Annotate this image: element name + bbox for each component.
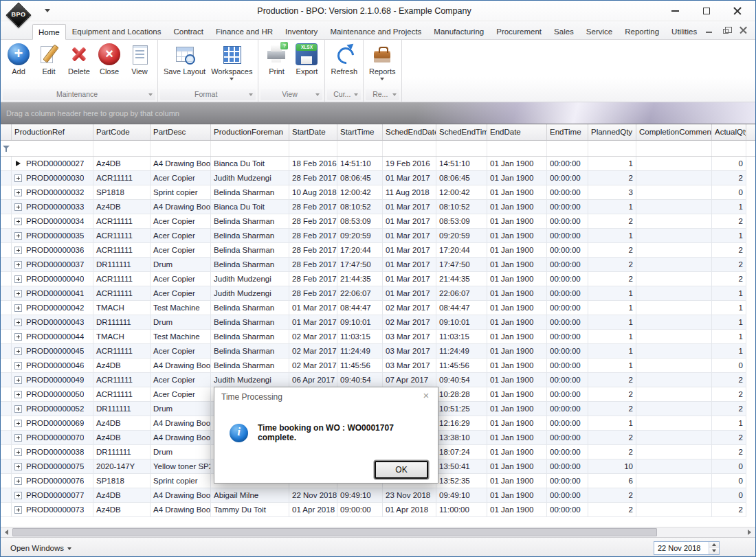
- cell-endtime[interactable]: 00:00:00: [547, 200, 588, 214]
- expand-icon[interactable]: [14, 348, 22, 355]
- add-button[interactable]: Add: [3, 42, 34, 77]
- window-minimize-button[interactable]: [660, 1, 691, 21]
- cell-schedendtime[interactable]: 12:00:42: [436, 185, 487, 200]
- grid-row-PROD00000046[interactable]: PROD00000046Az4DBA4 Drawing BookBelinda …: [1, 359, 755, 373]
- cell-productionref[interactable]: PROD00000041: [12, 286, 93, 301]
- cell-productionref[interactable]: PROD00000042: [12, 301, 93, 315]
- cell-schedendtime[interactable]: 10:28:28: [436, 387, 487, 402]
- tab-contract[interactable]: Contract: [167, 23, 209, 39]
- column-header-productionref[interactable]: ProductionRef: [12, 124, 93, 140]
- cell-startdate[interactable]: 01 Apr 2018: [289, 503, 337, 517]
- cell-productionref[interactable]: PROD00000075: [12, 459, 93, 474]
- cell-schedendtime[interactable]: 11:00:00: [436, 503, 487, 517]
- cell-schedenddate[interactable]: 01 Mar 2017: [383, 272, 436, 286]
- expand-icon[interactable]: [14, 506, 22, 514]
- window-close-button[interactable]: [722, 1, 753, 21]
- cell-partcode[interactable]: Az4DB: [93, 431, 151, 445]
- expand-icon[interactable]: [14, 275, 22, 283]
- cell-actualqty[interactable]: 2: [712, 272, 746, 286]
- cell-partdesc[interactable]: Acer Copier: [151, 344, 211, 359]
- cell-partcode[interactable]: ACR11111: [93, 171, 151, 185]
- tab-home[interactable]: Home: [32, 24, 66, 40]
- expand-icon[interactable]: [14, 247, 22, 254]
- cell-actualqty[interactable]: 1: [712, 229, 746, 243]
- grid-row-PROD00000037[interactable]: PROD00000037DR111111DrumBelinda Sharman2…: [1, 258, 755, 272]
- tab-procurement[interactable]: Procurement: [490, 23, 548, 39]
- cell-schedenddate[interactable]: 01 Mar 2017: [383, 243, 436, 258]
- cell-startdate[interactable]: 28 Feb 2017: [289, 200, 337, 214]
- cell-schedenddate[interactable]: 03 Mar 2017: [383, 359, 436, 373]
- cell-schedenddate[interactable]: 01 Mar 2017: [383, 214, 436, 229]
- expand-icon[interactable]: [14, 405, 22, 413]
- cell-schedendtime[interactable]: 08:10:52: [436, 200, 487, 214]
- cell-endtime[interactable]: 00:00:00: [547, 258, 588, 272]
- cell-completioncomments[interactable]: [636, 229, 712, 243]
- cell-partdesc[interactable]: Sprint copier: [151, 185, 211, 200]
- horizontal-scrollbar[interactable]: [1, 527, 755, 537]
- cell-plannedqty[interactable]: 1: [588, 330, 636, 344]
- cell-schedenddate[interactable]: 11 Aug 2018: [383, 185, 436, 200]
- cell-plannedqty[interactable]: 2: [588, 373, 636, 387]
- cell-partdesc[interactable]: Drum: [151, 445, 211, 459]
- expand-icon[interactable]: [14, 333, 22, 341]
- cell-plannedqty[interactable]: 6: [588, 474, 636, 488]
- save-layout-button[interactable]: Save Layout: [161, 42, 208, 77]
- cell-productionref[interactable]: PROD00000043: [12, 315, 93, 330]
- cell-schedendtime[interactable]: 10:51:25: [436, 402, 487, 416]
- cell-startdate[interactable]: 28 Feb 2017: [289, 272, 337, 286]
- cell-productionref[interactable]: PROD00000076: [12, 474, 93, 488]
- cell-actualqty[interactable]: 2: [712, 387, 746, 402]
- mdi-restore-icon[interactable]: [723, 29, 729, 34]
- cell-enddate[interactable]: 01 Jan 1900: [487, 301, 547, 315]
- cell-enddate[interactable]: 01 Jan 1900: [487, 373, 547, 387]
- cell-productionref[interactable]: PROD00000037: [12, 258, 93, 272]
- expand-icon[interactable]: [14, 189, 22, 196]
- cell-endtime[interactable]: 00:00:00: [547, 402, 588, 416]
- cell-partcode[interactable]: SP1818: [93, 185, 151, 200]
- column-header-enddate[interactable]: EndDate: [487, 124, 547, 140]
- cell-plannedqty[interactable]: 1: [588, 157, 636, 171]
- cell-actualqty[interactable]: 0: [712, 359, 746, 373]
- cell-productionref[interactable]: PROD00000070: [12, 431, 93, 445]
- cell-schedendtime[interactable]: 17:20:44: [436, 243, 487, 258]
- cell-completioncomments[interactable]: [636, 200, 712, 214]
- cell-schedendtime[interactable]: 11:45:56: [436, 359, 487, 373]
- cell-endtime[interactable]: 00:00:00: [547, 344, 588, 359]
- cell-completioncomments[interactable]: [636, 459, 712, 474]
- mdi-close-icon[interactable]: [740, 26, 747, 34]
- cell-schedendtime[interactable]: 13:52:35: [436, 474, 487, 488]
- cell-schedenddate[interactable]: 01 Apr 2018: [383, 503, 436, 517]
- cell-productionref[interactable]: PROD00000030: [12, 171, 93, 185]
- cell-completioncomments[interactable]: [636, 272, 712, 286]
- scroll-left-button[interactable]: [1, 527, 12, 537]
- cell-actualqty[interactable]: 1: [712, 330, 746, 344]
- cell-completioncomments[interactable]: [636, 185, 712, 200]
- cell-completioncomments[interactable]: [636, 286, 712, 301]
- cell-startdate[interactable]: 28 Feb 2017: [289, 214, 337, 229]
- cell-productionforeman[interactable]: Belinda Sharman: [211, 229, 289, 243]
- cell-productionforeman[interactable]: Belinda Sharman: [211, 301, 289, 315]
- cell-productionref[interactable]: PROD00000034: [12, 214, 93, 229]
- tab-equipment-and-locations[interactable]: Equipment and Locations: [66, 23, 168, 39]
- cell-partcode[interactable]: Az4DB: [93, 359, 151, 373]
- cell-startdate[interactable]: 28 Feb 2017: [289, 258, 337, 272]
- cell-plannedqty[interactable]: 2: [588, 171, 636, 185]
- grid-row-PROD00000032[interactable]: PROD00000032SP1818Sprint copierBelinda S…: [1, 185, 755, 200]
- edit-button[interactable]: Edit: [34, 42, 64, 77]
- cell-starttime[interactable]: 22:06:07: [337, 286, 383, 301]
- cell-partdesc[interactable]: Sprint copier: [151, 474, 211, 488]
- cell-partcode[interactable]: ACR11111: [93, 373, 151, 387]
- cell-starttime[interactable]: 09:00:00: [337, 503, 383, 517]
- cell-partdesc[interactable]: A4 Drawing Book: [151, 431, 211, 445]
- cell-schedendtime[interactable]: 09:40:54: [436, 373, 487, 387]
- grid-row-PROD00000077[interactable]: PROD00000077Az4DBA4 Drawing BookAbigail …: [1, 488, 755, 503]
- cell-partdesc[interactable]: Acer Copier: [151, 387, 211, 402]
- cell-starttime[interactable]: 08:44:47: [337, 301, 383, 315]
- cell-partcode[interactable]: TMACH: [93, 330, 151, 344]
- filter-cell-productionforeman[interactable]: [211, 141, 289, 156]
- cell-completioncomments[interactable]: [636, 402, 712, 416]
- cell-productionforeman[interactable]: Tammy Du Toit: [211, 503, 289, 517]
- expand-icon[interactable]: [14, 448, 22, 456]
- cell-plannedqty[interactable]: 1: [588, 200, 636, 214]
- refresh-button[interactable]: Refresh: [328, 42, 360, 77]
